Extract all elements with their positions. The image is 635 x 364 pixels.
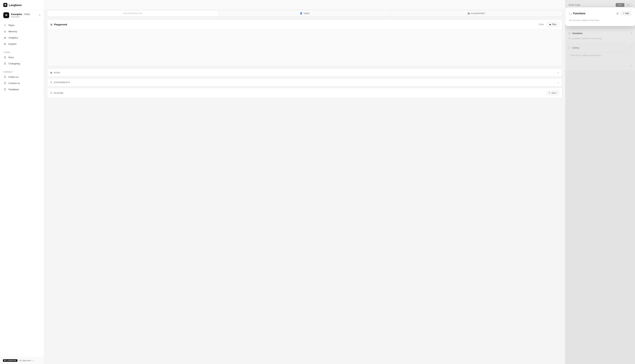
- experiments-icon: ☰: [50, 81, 52, 84]
- playground-content: [47, 29, 562, 66]
- functions-modal-header: ( ) Functions 1 + Add: [569, 11, 631, 16]
- runs-chevron-icon: ∨: [557, 71, 559, 74]
- functions-modal: ( ) Functions 1 + Add No functions added…: [565, 7, 635, 26]
- app-logo[interactable]: ⌘ Langbase: [0, 0, 44, 10]
- sidebar-item-analytics[interactable]: ◈ Analytics: [0, 34, 44, 41]
- add-user-button[interactable]: 👤 USER: [219, 10, 390, 16]
- memory-icon: ◎: [3, 30, 7, 33]
- add-ai-assistant-button[interactable]: 🤖 AI ASSISTANT: [390, 10, 562, 16]
- feedback-icon: ☰: [3, 88, 7, 91]
- learn-label: Learn: [0, 50, 44, 54]
- logo-icon: ⌘: [3, 3, 7, 7]
- experiments-header[interactable]: ☰ EXPERIMENTS ∨: [47, 78, 562, 86]
- explore-icon: ⊞: [3, 42, 7, 46]
- connect-label: Connect: [0, 70, 44, 74]
- ai-icon: 🤖: [468, 12, 470, 14]
- playground-section: ▣ Playground Clear ▶ Run: [47, 20, 562, 66]
- runs-icon: ▣: [50, 71, 52, 74]
- workspace-info: Examples Hobby examples: [11, 13, 37, 18]
- playground-title: Playground: [54, 23, 536, 26]
- sidebar-footer: ⌘ LANGBASE Yo! Start here »: [0, 357, 44, 364]
- footer-badge: ⌘ LANGBASE: [3, 359, 18, 362]
- experiments-chevron-icon: ∨: [557, 81, 559, 84]
- workspace-sub: examples: [11, 16, 37, 18]
- workspace-selector[interactable]: ⌘ Examples Hobby examples ⇅: [0, 10, 44, 20]
- functions-empty: No functions added to the Pipe.: [569, 18, 631, 22]
- add-message-label: ADD MESSAGE BY: [47, 10, 219, 16]
- sidebar-item-follow-us[interactable]: ☰ Follow us: [0, 74, 44, 80]
- runs-header[interactable]: ▣ RUNS ∨: [47, 68, 562, 76]
- changelog-icon: ☰: [3, 62, 7, 65]
- clear-button[interactable]: Clear: [537, 22, 545, 26]
- footer-tip[interactable]: ⌘ LANGBASE Yo! Start here »: [3, 359, 41, 362]
- sidebar: ⌘ Langbase ⌘ Examples Hobby examples ⇅ ≡…: [0, 0, 44, 364]
- center-panel: ADD MESSAGE BY 👤 USER 🤖 AI ASSISTANT ▣ P…: [44, 0, 565, 364]
- add-function-button[interactable]: + Add: [621, 11, 631, 16]
- edit-button[interactable]: ✎ EDIT: [546, 91, 559, 95]
- run-icon: ▶: [550, 23, 551, 26]
- readme-header: ☰ README ✎ EDIT: [47, 88, 562, 98]
- runs-title: RUNS: [54, 72, 556, 74]
- experiments-section: ☰ EXPERIMENTS ∨: [47, 78, 562, 86]
- functions-icon: ( ): [569, 12, 572, 15]
- sidebar-item-contact-us[interactable]: ☰ Contact us: [0, 80, 44, 86]
- pipes-icon: ≡: [3, 24, 7, 27]
- sidebar-item-changelog[interactable]: ☰ Changelog: [0, 60, 44, 66]
- content-area: ADD MESSAGE BY 👤 USER 🤖 AI ASSISTANT ▣ P…: [44, 0, 635, 364]
- app-name: Langbase: [9, 4, 22, 6]
- avatar: ⌘: [3, 12, 9, 18]
- playground-header: ▣ Playground Clear ▶ Run: [47, 20, 562, 29]
- workspace-badge: Hobby: [23, 13, 31, 16]
- message-input-area: [44, 0, 565, 10]
- sidebar-item-feedback[interactable]: ☰ Feedback: [0, 86, 44, 92]
- connect-nav: Connect ☰ Follow us ☰ Contact us ☰ Feedb…: [0, 68, 44, 94]
- readme-title: README: [54, 92, 545, 94]
- edit-icon: ✎: [549, 92, 551, 94]
- analytics-icon: ◈: [3, 36, 7, 39]
- add-message-bar: ADD MESSAGE BY 👤 USER 🤖 AI ASSISTANT: [47, 10, 562, 16]
- runs-section: ▣ RUNS ∨: [47, 68, 562, 77]
- main-nav: ≡ Pipes ◎ Memory ◈ Analytics ⊞ Explore: [0, 20, 44, 48]
- follow-icon: ☰: [3, 75, 7, 78]
- playground-icon: ▣: [50, 23, 53, 26]
- plus-icon: +: [623, 12, 624, 15]
- sidebar-item-pipes[interactable]: ≡ Pipes: [0, 22, 44, 28]
- functions-count: 1: [616, 12, 619, 15]
- sidebar-item-memory[interactable]: ◎ Memory: [0, 28, 44, 34]
- sidebar-item-explore[interactable]: ⊞ Explore: [0, 41, 44, 47]
- right-panel: JSON mode OFF ON Moderation OFF ON Strea…: [565, 0, 635, 364]
- workspace-name: Examples Hobby: [11, 13, 37, 16]
- chevron-icon: ⇅: [39, 14, 41, 16]
- sidebar-item-docs[interactable]: ☰ Docs: [0, 54, 44, 60]
- readme-section: ☰ README ✎ EDIT: [47, 88, 562, 98]
- main-content: ADD MESSAGE BY 👤 USER 🤖 AI ASSISTANT ▣ P…: [44, 0, 635, 364]
- docs-icon: ☰: [3, 56, 7, 59]
- contact-icon: ☰: [3, 82, 7, 85]
- experiments-title: EXPERIMENTS: [54, 81, 556, 84]
- user-icon: 👤: [300, 12, 302, 14]
- functions-title: Functions: [573, 12, 614, 15]
- learn-nav: Learn ☰ Docs ☰ Changelog: [0, 48, 44, 68]
- run-button[interactable]: ▶ Run: [547, 22, 559, 27]
- readme-icon: ☰: [50, 92, 52, 94]
- functions-modal-overlay: ( ) Functions 1 + Add No functions added…: [565, 0, 635, 364]
